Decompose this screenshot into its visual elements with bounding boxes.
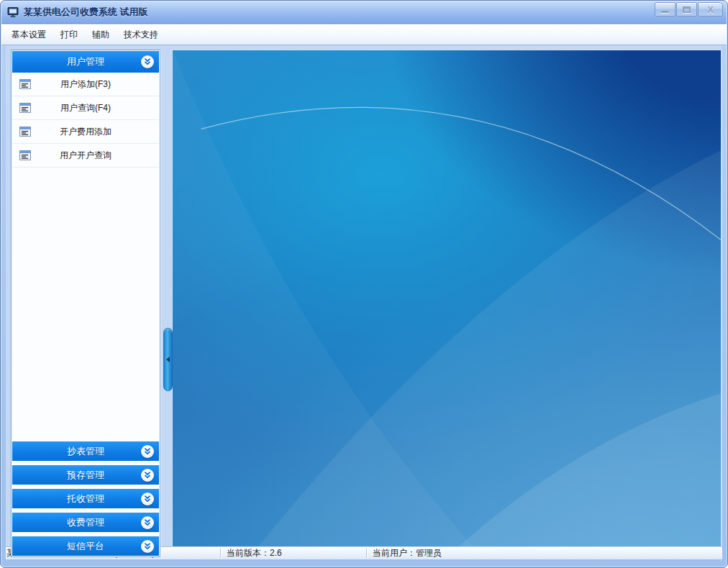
menu-tech-support[interactable]: 技术支持 — [117, 26, 165, 44]
menubar: 基本设置 打印 辅助 技术支持 — [1, 24, 727, 45]
status-divider — [366, 549, 367, 558]
nav-item-user-query[interactable]: 用户查询(F4) — [12, 96, 159, 120]
chevron-double-down-icon — [141, 540, 154, 553]
nav-item-label: 用户查询(F4) — [12, 102, 159, 114]
nav-group-user-management[interactable]: 用户管理 — [12, 51, 159, 73]
maximize-button[interactable] — [676, 2, 697, 17]
nav-item-label: 用户添加(F3) — [12, 78, 159, 91]
sidebar-collapse-handle[interactable] — [163, 328, 173, 391]
nav-group-label: 托收管理 — [67, 493, 104, 505]
status-current-user: 当前用户：管理员 — [373, 547, 442, 559]
nav-item-label: 开户费用添加 — [12, 126, 159, 138]
minimize-icon — [661, 11, 669, 13]
app-monitor-icon — [7, 6, 19, 18]
titlebar: 某某供电公司收费系统 试用版 X — [1, 1, 727, 24]
menu-print[interactable]: 打印 — [53, 26, 85, 44]
nav-item-user-add[interactable]: 用户添加(F3) — [12, 73, 159, 96]
nav-group-sms-platform[interactable]: 短信平台 — [12, 536, 159, 556]
nav-group-prestore[interactable]: 预存管理 — [12, 465, 159, 485]
chevron-double-down-icon — [141, 493, 154, 505]
chevron-double-down-icon — [141, 55, 154, 68]
main-content-area — [172, 50, 722, 547]
wallpaper-curves — [173, 50, 721, 546]
menu-assist[interactable]: 辅助 — [85, 26, 117, 44]
close-button[interactable]: X — [698, 2, 723, 17]
nav-item-user-account-query[interactable]: 用户开户查询 — [12, 144, 159, 168]
nav-group-label: 预存管理 — [67, 469, 104, 482]
form-icon — [19, 103, 31, 113]
chevron-double-down-icon — [141, 445, 154, 458]
form-icon — [19, 79, 31, 89]
window-controls: X — [655, 2, 723, 17]
chevron-double-down-icon — [141, 469, 154, 482]
menu-basic-settings[interactable]: 基本设置 — [4, 26, 53, 44]
maximize-icon — [683, 6, 691, 13]
nav-group-collection[interactable]: 托收管理 — [12, 489, 159, 508]
nav-group-label: 用户管理 — [67, 55, 104, 68]
status-version: 当前版本：2.6 — [227, 547, 282, 559]
nav-spacer — [12, 168, 159, 437]
nav-item-label: 用户开户查询 — [12, 150, 159, 162]
sidebar-nav: 用户管理 用户添加(F3) — [11, 50, 160, 557]
chevron-double-down-icon — [141, 516, 154, 529]
nav-item-account-fee-add[interactable]: 开户费用添加 — [12, 120, 159, 144]
nav-group-items: 用户添加(F3) 用户查询(F4) — [12, 73, 159, 168]
form-icon — [19, 127, 31, 137]
collapse-arrow-icon — [166, 357, 170, 362]
nav-group-charging[interactable]: 收费管理 — [12, 513, 159, 532]
status-divider — [220, 549, 221, 558]
minimize-button[interactable] — [655, 2, 675, 17]
app-window: 某某供电公司收费系统 试用版 X 基本设置 打印 辅助 技术支持 某某供电公司收… — [0, 0, 728, 568]
nav-group-label: 抄表管理 — [67, 445, 104, 458]
nav-group-label: 收费管理 — [67, 516, 104, 529]
close-icon: X — [707, 5, 714, 14]
form-icon — [19, 150, 31, 160]
nav-group-meter-reading[interactable]: 抄表管理 — [12, 441, 159, 461]
client-area: 某某供电公司收费系统(试用版) 当前版本：2.6 当前用户：管理员 用户管理 — [6, 45, 722, 559]
nav-group-label: 短信平台 — [67, 540, 104, 553]
window-title: 某某供电公司收费系统 试用版 — [24, 6, 148, 19]
